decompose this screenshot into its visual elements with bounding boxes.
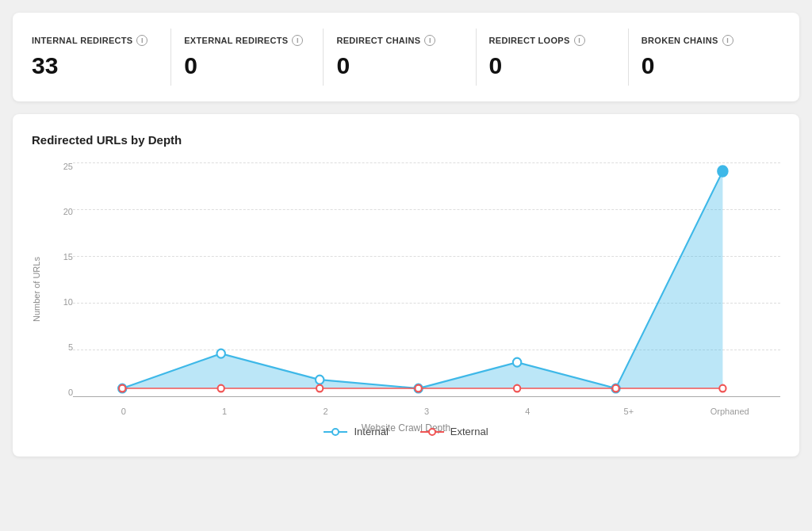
x-axis-label: Website Crawl Depth [32,422,780,434]
x-tick-1: 1 [174,407,274,416]
y-tick-15: 15 [63,253,73,262]
redirect-loops-value: 0 [489,52,615,79]
y-axis: 25 20 15 10 5 0 [44,162,73,416]
internal-redirects-label: INTERNAL REDIRECTS i [32,35,158,46]
metrics-card: INTERNAL REDIRECTS i 33 EXTERNAL REDIREC… [13,13,799,101]
external-dot-5plus [612,385,619,392]
internal-redirects-value: 33 [32,52,158,79]
chart-area: Number of URLs 25 20 15 10 5 0 [32,162,780,416]
legend-external-dot [428,428,436,436]
redirect-loops-metric: REDIRECT LOOPS i 0 [477,29,629,86]
x-tick-2: 2 [275,407,376,416]
x-tick-5plus: 5+ [578,407,679,416]
external-dot-3 [415,385,421,392]
external-redirects-metric: EXTERNAL REDIRECTS i 0 [171,29,324,86]
internal-dot-orphaned [718,166,727,176]
y-tick-20: 20 [63,208,73,216]
internal-redirects-info-icon[interactable]: i [136,35,147,46]
chart-card: Redirected URLs by Depth Number of URLs … [13,114,799,457]
external-redirects-value: 0 [184,52,310,79]
legend-external-line [420,431,444,433]
internal-redirects-metric: INTERNAL REDIRECTS i 33 [32,29,171,86]
x-axis: 0 1 2 3 4 5+ Orphaned [73,397,780,416]
y-axis-label: Number of URLs [32,162,41,416]
x-tick-0: 0 [73,407,174,416]
x-tick-4: 4 [477,407,578,416]
broken-chains-metric: BROKEN CHAINS i 0 [629,29,780,86]
legend-internal-line [324,431,347,433]
external-dot-2 [316,385,323,392]
chart-title: Redirected URLs by Depth [32,133,780,147]
legend-internal-dot [331,428,339,436]
redirect-loops-info-icon[interactable]: i [574,35,585,46]
external-dot-0 [119,385,125,392]
external-dot-orphaned [719,385,726,392]
redirect-loops-label: REDIRECT LOOPS i [489,35,615,46]
broken-chains-info-icon[interactable]: i [722,35,733,46]
chart-inner: 0 1 2 3 4 5+ Orphaned [73,162,780,416]
external-dot-1 [218,385,224,392]
internal-dot-2 [316,376,324,384]
external-redirects-label: EXTERNAL REDIRECTS i [184,35,310,46]
broken-chains-value: 0 [642,52,768,79]
internal-dot-4 [513,358,521,367]
internal-dot-1 [217,350,225,358]
y-tick-25: 25 [63,162,73,171]
x-tick-orphaned: Orphaned [680,407,780,416]
broken-chains-label: BROKEN CHAINS i [642,35,768,46]
chart-container: Number of URLs 25 20 15 10 5 0 [32,162,780,416]
x-tick-3: 3 [376,407,477,416]
redirect-chains-info-icon[interactable]: i [424,35,435,46]
internal-line [122,171,722,388]
chart-svg [73,162,780,397]
redirect-chains-value: 0 [336,52,462,79]
external-dot-4 [514,385,520,392]
redirect-chains-metric: REDIRECT CHAINS i 0 [324,29,476,86]
y-tick-10: 10 [63,298,73,307]
external-redirects-info-icon[interactable]: i [292,35,303,46]
redirect-chains-label: REDIRECT CHAINS i [336,35,462,46]
